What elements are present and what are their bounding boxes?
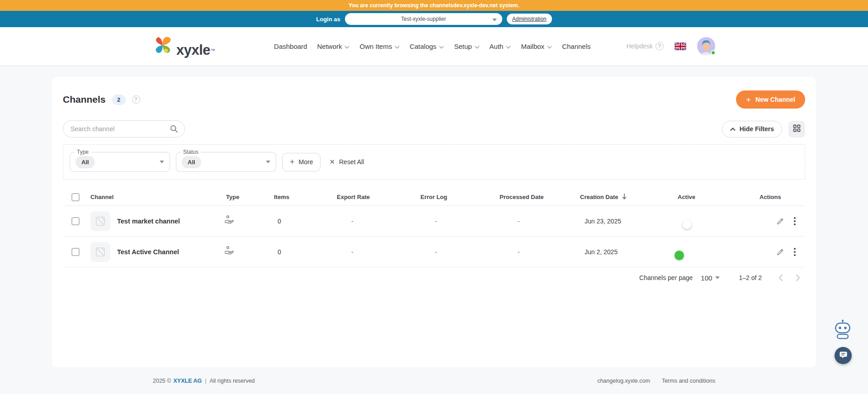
grid-icon [793, 124, 801, 133]
search-input[interactable] [63, 120, 185, 138]
next-page-button[interactable] [795, 274, 801, 282]
status-filter-select[interactable]: Status All [176, 152, 276, 172]
grid-view-button[interactable] [788, 121, 805, 138]
new-channel-button[interactable]: + New Channel [736, 90, 805, 109]
xyxle-logo[interactable]: xyxle™ [153, 35, 215, 57]
language-flag-icon[interactable] [675, 43, 686, 50]
status-filter-value-chip: All [182, 156, 201, 168]
footer-company-link[interactable]: XYXLE AG [174, 378, 202, 384]
chat-bubble-icon [839, 351, 848, 361]
chevron-down-icon [395, 43, 400, 50]
row-menu-kebab-icon[interactable] [794, 217, 796, 225]
chevron-down-icon [506, 43, 511, 50]
footer-separator: | [205, 378, 206, 384]
chat-messenger-button[interactable] [835, 347, 852, 364]
select-all-checkbox[interactable] [71, 193, 80, 201]
creation-date-value: Jun 2, 2025 [576, 248, 673, 256]
more-filters-button[interactable]: + More [282, 153, 321, 171]
app-header: xyxle™ Dashboard Network Own Items Catal… [0, 27, 868, 66]
hand-coin-icon [222, 214, 269, 228]
nav-item-channels[interactable]: Channels [558, 39, 594, 54]
xyxle-logo-icon [153, 35, 173, 57]
creation-date-value: Jun 23, 2025 [576, 218, 673, 225]
previous-page-button[interactable] [778, 274, 783, 282]
chevron-down-icon [547, 43, 552, 50]
error-log-value: - [416, 218, 495, 225]
chevron-down-icon [475, 43, 480, 50]
row-menu-kebab-icon[interactable] [794, 248, 796, 256]
nav-item-own-items[interactable]: Own Items [356, 39, 403, 54]
logo-wordmark: xyxle [176, 42, 210, 58]
export-rate-value: - [332, 248, 416, 256]
header-actions: Actions [755, 194, 805, 200]
header-channel: Channel [88, 194, 222, 200]
plus-icon: + [290, 158, 295, 166]
search-icon [170, 124, 179, 135]
edit-button[interactable] [776, 247, 785, 256]
administration-button[interactable]: Administration [507, 14, 552, 24]
nav-item-network[interactable]: Network [313, 39, 353, 54]
channels-card: Channels 2 ? + New Channel Hide Filters [52, 77, 816, 367]
header-export-rate: Export Rate [332, 194, 416, 200]
hand-coin-icon [222, 245, 269, 258]
processed-date-value: - [495, 218, 576, 225]
items-count: 0 [269, 248, 332, 256]
page-footer: 2025 © XYXLE AG | All rights reserved ch… [0, 367, 868, 394]
type-filter-value-chip: All [75, 156, 95, 168]
online-status-dot [711, 50, 716, 55]
header-active: Active [673, 194, 755, 200]
chevron-down-icon [492, 15, 497, 23]
main-nav: Dashboard Network Own Items Catalogs Set… [270, 39, 594, 54]
nav-item-auth[interactable]: Auth [486, 39, 515, 54]
header-creation-date[interactable]: Creation Date [576, 193, 673, 201]
nav-item-catalogs[interactable]: Catalogs [406, 39, 448, 54]
environment-banner: You are currently browsing the channelsd… [0, 0, 868, 11]
sort-descending-icon [622, 193, 627, 201]
terms-link[interactable]: Terms and conditions [662, 378, 715, 384]
chevron-up-icon [730, 125, 736, 133]
header-items: Items [269, 194, 332, 200]
filters-panel: Type All Status All + More ✕ Reset All [63, 144, 805, 180]
row-checkbox[interactable] [71, 248, 80, 256]
header-error-log: Error Log [416, 194, 495, 200]
error-log-value: - [416, 248, 495, 256]
footer-rights: All rights reserved [210, 378, 255, 384]
type-filter-select[interactable]: Type All [70, 152, 170, 172]
channel-name-link[interactable]: Test market channel [117, 218, 180, 225]
footer-year: 2025 © [153, 378, 171, 384]
help-icon: ? [656, 42, 664, 50]
per-page-label: Channels per page [639, 274, 693, 281]
close-icon: ✕ [329, 158, 335, 166]
header-processed-date: Processed Date [495, 194, 576, 200]
table-row: Test market channel 0 - - - Jun 23, 2025 [63, 206, 805, 237]
login-as-select[interactable]: Test-xyxle-supplier [345, 13, 502, 25]
helpdesk-button[interactable]: Helpdesk ? [627, 42, 664, 50]
changelog-link[interactable]: changelog.xyxle.com [597, 378, 650, 384]
table-header-row: Channel Type Items Export Rate Error Log… [63, 189, 805, 206]
row-checkbox[interactable] [71, 217, 80, 225]
table-row: Test Active Channel 0 - - - Jun 2, 2025 [63, 237, 805, 267]
chevron-down-icon [160, 161, 164, 163]
per-page-select[interactable]: 100 [701, 274, 720, 282]
nav-item-dashboard[interactable]: Dashboard [270, 39, 311, 54]
channels-count-badge: 2 [112, 95, 126, 105]
channel-name-link[interactable]: Test Active Channel [117, 248, 179, 256]
chevron-down-icon [439, 43, 444, 50]
chatbot-robot-icon[interactable] [833, 319, 853, 342]
page-help-icon[interactable]: ? [132, 95, 140, 104]
main-content: Channels 2 ? + New Channel Hide Filters [0, 66, 868, 367]
login-as-label: Login as [316, 16, 340, 23]
hide-filters-button[interactable]: Hide Filters [722, 121, 782, 138]
processed-date-value: - [495, 248, 576, 256]
edit-button[interactable] [776, 217, 785, 226]
user-avatar[interactable] [697, 37, 715, 55]
chevron-down-icon [266, 161, 270, 163]
login-as-bar: Login as Test-xyxle-supplier Administrat… [0, 11, 868, 27]
nav-item-mailbox[interactable]: Mailbox [517, 39, 556, 54]
page-title: Channels [63, 94, 106, 105]
nav-item-setup[interactable]: Setup [450, 39, 483, 54]
logo-tm: ™ [211, 48, 215, 53]
type-filter-label: Type [75, 149, 91, 155]
header-type: Type [222, 194, 269, 200]
reset-all-filters-button[interactable]: ✕ Reset All [329, 158, 364, 166]
